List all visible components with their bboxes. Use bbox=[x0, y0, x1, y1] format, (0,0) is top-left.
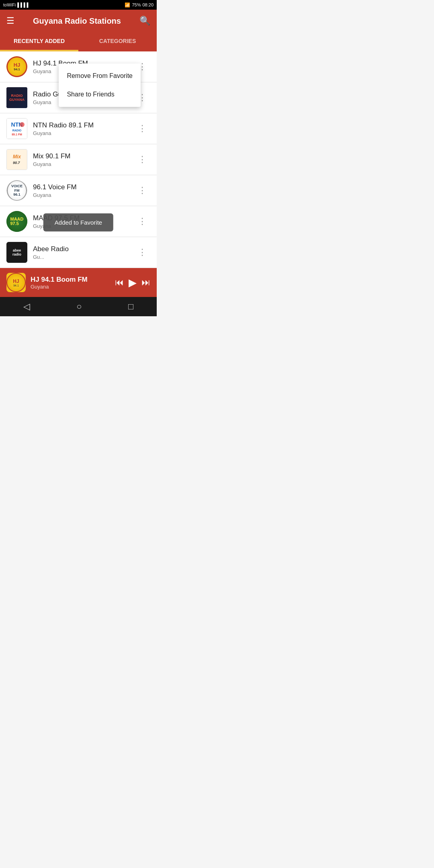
now-playing-country: Guyana bbox=[31, 284, 110, 290]
app-title: Guyana Radio Stations bbox=[33, 16, 121, 26]
tab-recently-added[interactable]: RECENTLY ADDED bbox=[0, 32, 78, 51]
station-name-7: Abee Radio bbox=[33, 245, 135, 253]
app-header: ☰ Guyana Radio Stations 🔍 bbox=[0, 10, 157, 32]
nav-back-button[interactable]: ◁ bbox=[23, 301, 30, 312]
status-left: toWiFi ▌▌▌▌ bbox=[3, 2, 30, 7]
more-btn-4[interactable]: ⋮ bbox=[135, 152, 150, 167]
nav-home-button[interactable]: ○ bbox=[76, 301, 82, 312]
station-country-4: Guyana bbox=[33, 161, 135, 167]
now-playing-name: HJ 94.1 Boom FM bbox=[31, 276, 110, 284]
menu-icon[interactable]: ☰ bbox=[6, 16, 14, 26]
tab-categories[interactable]: CATEGORIES bbox=[78, 32, 157, 50]
station-country-3: Guyana bbox=[33, 130, 135, 136]
more-btn-6[interactable]: ⋮ bbox=[135, 214, 150, 229]
station-country-7: Gu... bbox=[33, 254, 135, 260]
time-display: 08:20 bbox=[142, 2, 154, 7]
station-item-3[interactable]: NTN RADIO 89.1 FM NTN Radio 89.1 FM Guya… bbox=[0, 113, 157, 144]
station-logo-3: NTN RADIO 89.1 FM bbox=[6, 118, 27, 139]
more-btn-5[interactable]: ⋮ bbox=[135, 183, 150, 198]
forward-button[interactable]: ⏭ bbox=[141, 277, 150, 288]
popup-share-friends[interactable]: Share to Friends bbox=[59, 85, 141, 104]
svg-text:89.1 FM: 89.1 FM bbox=[12, 133, 22, 136]
now-playing-info: HJ 94.1 Boom FM Guyana bbox=[31, 276, 110, 290]
battery-pct: 75% bbox=[132, 2, 141, 7]
nav-recents-button[interactable]: □ bbox=[128, 301, 133, 312]
station-logo-7: abeeradio bbox=[6, 242, 27, 263]
now-playing-controls: ⏮ ▶ ⏭ bbox=[115, 276, 150, 289]
wifi-label: toWiFi bbox=[3, 2, 16, 7]
station-info-3: NTN Radio 89.1 FM Guyana bbox=[33, 121, 135, 136]
station-item-5[interactable]: VOICEFM96.1 96.1 Voice FM Guyana ⋮ bbox=[0, 175, 157, 206]
station-logo-6: MAAD97.5 bbox=[6, 211, 27, 232]
station-country-5: Guyana bbox=[33, 192, 135, 198]
more-btn-3[interactable]: ⋮ bbox=[135, 121, 150, 136]
svg-point-4 bbox=[20, 122, 25, 127]
station-item-7[interactable]: abeeradio Abee Radio Gu... ⋮ Added to Fa… bbox=[0, 237, 157, 268]
station-info-5: 96.1 Voice FM Guyana bbox=[33, 183, 135, 198]
popup-remove-favorite[interactable]: Remove From Favorite bbox=[59, 67, 141, 85]
signal-icon: ▌▌▌▌ bbox=[17, 2, 30, 7]
station-item-4[interactable]: Mix90.7 Mix 90.1 FM Guyana ⋮ bbox=[0, 144, 157, 175]
nav-bar: ◁ ○ □ bbox=[0, 297, 157, 316]
station-logo-1: HJ 94.1 bbox=[6, 56, 27, 77]
rewind-button[interactable]: ⏮ bbox=[115, 277, 124, 288]
status-bar: toWiFi ▌▌▌▌ 📶 75% 08:20 bbox=[0, 0, 157, 10]
snackbar: Added to Favorite bbox=[43, 213, 113, 231]
station-info-7: Abee Radio Gu... bbox=[33, 245, 135, 260]
station-logo-4: Mix90.7 bbox=[6, 149, 27, 170]
station-logo-2: RADIOGUYANA bbox=[6, 87, 27, 108]
battery-icon: 📶 bbox=[125, 2, 130, 8]
station-name-5: 96.1 Voice FM bbox=[33, 183, 135, 191]
play-button[interactable]: ▶ bbox=[129, 276, 137, 289]
now-playing-logo: HJ 94.1 bbox=[6, 273, 26, 292]
status-right: 📶 75% 08:20 bbox=[125, 2, 154, 8]
station-logo-5: VOICEFM96.1 bbox=[6, 180, 27, 201]
more-btn-7[interactable]: ⋮ bbox=[135, 245, 150, 260]
now-playing-bar: HJ 94.1 HJ 94.1 Boom FM Guyana ⏮ ▶ ⏭ bbox=[0, 268, 157, 297]
station-info-4: Mix 90.1 FM Guyana bbox=[33, 152, 135, 167]
tab-bar: RECENTLY ADDED CATEGORIES bbox=[0, 32, 157, 51]
station-name-4: Mix 90.1 FM bbox=[33, 152, 135, 160]
svg-text:RADIO: RADIO bbox=[12, 129, 22, 132]
popup-menu: Remove From Favorite Share to Friends bbox=[59, 63, 141, 107]
station-list: HJ 94.1 HJ 94.1 Boom FM Guyana ⋮ Remove … bbox=[0, 51, 157, 268]
search-icon[interactable]: 🔍 bbox=[139, 16, 150, 26]
station-item-1[interactable]: HJ 94.1 HJ 94.1 Boom FM Guyana ⋮ Remove … bbox=[0, 51, 157, 82]
station-name-3: NTN Radio 89.1 FM bbox=[33, 121, 135, 129]
